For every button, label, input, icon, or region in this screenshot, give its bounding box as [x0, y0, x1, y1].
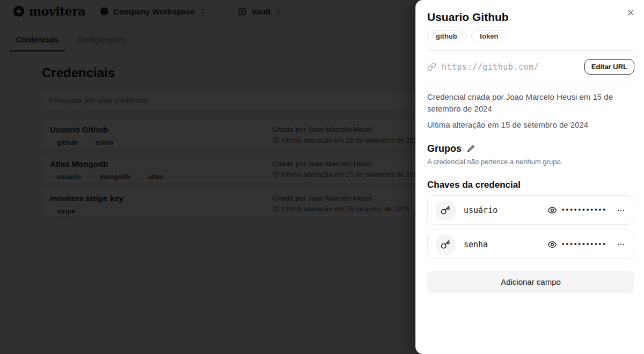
key-options-button[interactable]: [616, 206, 626, 215]
groups-empty-text: A credencial não pertence a nenhum grupo…: [427, 158, 634, 166]
edit-groups-button[interactable]: [467, 145, 475, 153]
reveal-value-button[interactable]: [547, 205, 557, 215]
add-field-button[interactable]: Adicionar campo: [427, 271, 634, 293]
drawer-title: Usuario Github: [427, 11, 634, 24]
key-row-senha: senha •••••••••••: [427, 230, 634, 259]
credential-history: Credencial criada por Joao Marcelo Heusi…: [427, 91, 634, 130]
credential-detail-drawer: Usuario Github github token https://gith…: [415, 0, 644, 354]
key-badge: [435, 200, 456, 220]
ellipsis-icon: [617, 206, 625, 215]
groups-header: Grupos: [427, 143, 634, 154]
eye-icon: [547, 205, 557, 215]
updated-text: Ultima alteração em 15 de setembro de 20…: [427, 119, 634, 131]
close-icon: [627, 9, 635, 17]
tag: github: [427, 30, 466, 42]
groups-title: Grupos: [427, 143, 462, 154]
key-options-button[interactable]: [616, 240, 626, 249]
divider: [427, 83, 634, 83]
masked-value: •••••••••••: [561, 206, 606, 213]
divider: [427, 50, 634, 51]
reveal-value-button[interactable]: [547, 240, 557, 249]
tag: token: [471, 30, 507, 42]
credential-url: https://github.com/: [442, 62, 539, 72]
close-button[interactable]: [625, 7, 636, 18]
key-icon: [441, 205, 450, 215]
key-name: senha: [464, 240, 547, 249]
key-name: usuário: [464, 205, 547, 215]
edit-url-button[interactable]: Editar URL: [584, 59, 634, 75]
pencil-icon: [467, 145, 475, 153]
eye-icon: [547, 240, 557, 249]
url-row: https://github.com/ Editar URL: [427, 59, 634, 75]
ellipsis-icon: [617, 240, 625, 249]
link-icon: [427, 62, 436, 71]
created-text: Credencial criada por Joao Marcelo Heusi…: [427, 91, 634, 115]
keys-section-title: Chaves da credencial: [427, 180, 634, 190]
key-badge: [435, 234, 456, 255]
drawer-tags: github token: [427, 30, 634, 42]
key-row-usuario: usuário •••••••••••: [427, 195, 634, 225]
masked-value: •••••••••••: [561, 241, 606, 248]
key-icon: [441, 240, 450, 249]
